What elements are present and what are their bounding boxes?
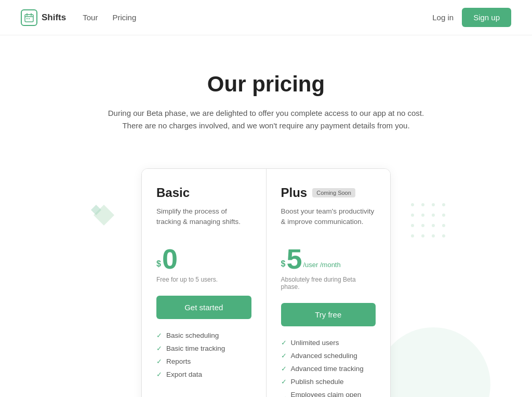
feature-advanced-time-tracking: ✓Advanced time tracking [281, 365, 376, 373]
plan-plus-features: ✓Unlimited users ✓Advanced scheduling ✓A… [281, 339, 376, 397]
plan-plus-price-note: Absolutely free during Beta phase. [281, 276, 376, 290]
nav-actions: Log in Sign up [432, 8, 511, 27]
check-icon: ✓ [281, 378, 287, 386]
nav-link-tour[interactable]: Tour [83, 13, 98, 22]
check-icon: ✓ [281, 352, 287, 360]
logo[interactable]: Shifts [21, 9, 66, 26]
feature-publish-schedule: ✓Publish schedule [281, 378, 376, 386]
svg-point-7 [421, 203, 424, 206]
svg-point-16 [432, 224, 435, 227]
deco-dots [407, 200, 459, 252]
deco-right-circle [376, 327, 490, 397]
plan-basic-price: $ 0 [156, 245, 251, 273]
svg-point-19 [421, 234, 424, 237]
plan-basic-price-note: Free for up to 5 users. [156, 276, 251, 283]
pricing-cards: Basic Simplify the process of tracking &… [141, 168, 391, 397]
svg-point-17 [442, 224, 445, 227]
plan-plus-price-suffix: /user /month [303, 261, 340, 269]
svg-point-8 [432, 203, 435, 206]
nav-link-pricing[interactable]: Pricing [112, 13, 136, 22]
svg-rect-4 [26, 18, 28, 19]
feature-basic-time-tracking: ✓Basic time tracking [156, 345, 251, 352]
check-icon: ✓ [156, 358, 162, 365]
navigation: Shifts Tour Pricing Log in Sign up [0, 0, 532, 35]
svg-point-13 [442, 214, 445, 217]
plan-basic-currency: $ [156, 259, 161, 269]
check-icon: ✓ [156, 345, 162, 352]
plan-basic-features: ✓Basic scheduling ✓Basic time tracking ✓… [156, 332, 251, 378]
login-button[interactable]: Log in [432, 13, 454, 22]
feature-basic-scheduling: ✓Basic scheduling [156, 332, 251, 339]
nav-links: Tour Pricing [83, 13, 432, 22]
feature-reports: ✓Reports [156, 358, 251, 365]
svg-point-14 [411, 224, 414, 227]
check-icon: ✓ [156, 332, 162, 339]
feature-export-data: ✓Export data [156, 370, 251, 378]
try-free-button[interactable]: Try free [281, 303, 376, 326]
plan-basic-amount: 0 [162, 245, 178, 273]
svg-point-10 [411, 214, 414, 217]
svg-point-6 [411, 203, 414, 206]
svg-point-20 [432, 234, 435, 237]
svg-rect-5 [29, 18, 30, 19]
feature-unlimited-users: ✓Unlimited users [281, 339, 376, 347]
svg-point-15 [421, 224, 424, 227]
check-icon: ✓ [156, 370, 162, 378]
check-icon: ✓ [281, 365, 287, 373]
plan-plus-price: $ 5 /user /month [281, 245, 376, 273]
plan-plus-title: Plus Coming Soon [281, 186, 376, 200]
plan-plus: Plus Coming Soon Boost your team's produ… [266, 169, 391, 397]
hero-description: During our Beta phase, we are delighted … [105, 107, 427, 132]
svg-point-18 [411, 234, 414, 237]
plan-basic: Basic Simplify the process of tracking &… [142, 169, 266, 397]
signup-button[interactable]: Sign up [462, 8, 511, 27]
plan-plus-description: Boost your team's productivity & improve… [281, 206, 376, 232]
feature-advanced-scheduling: ✓Advanced scheduling [281, 352, 376, 360]
check-icon: ✓ [281, 339, 287, 347]
plan-plus-amount: 5 [286, 245, 302, 273]
pricing-section: Basic Simplify the process of tracking &… [0, 158, 532, 397]
feature-claim-shifts: ✓Employees claim open shifts [281, 391, 376, 397]
plan-plus-currency: $ [281, 259, 286, 269]
page-title: Our pricing [10, 72, 522, 97]
logo-text: Shifts [42, 12, 66, 23]
svg-point-12 [432, 214, 435, 217]
deco-left-shape [88, 200, 119, 231]
svg-point-11 [421, 214, 424, 217]
plan-basic-description: Simplify the process of tracking & manag… [156, 206, 251, 232]
get-started-button[interactable]: Get started [156, 296, 251, 319]
plan-basic-title: Basic [156, 186, 251, 200]
svg-point-21 [442, 234, 445, 237]
svg-point-9 [442, 203, 445, 206]
logo-icon [21, 9, 37, 26]
hero-section: Our pricing During our Beta phase, we ar… [0, 35, 532, 158]
coming-soon-badge: Coming Soon [312, 188, 355, 197]
check-icon: ✓ [281, 395, 287, 398]
